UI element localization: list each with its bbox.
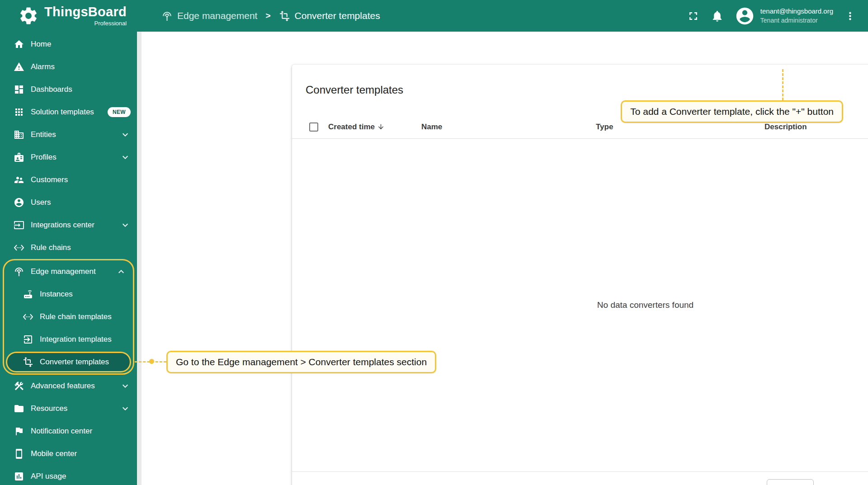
- sidebar-item-label: Users: [31, 198, 51, 207]
- select-all-checkbox[interactable]: [309, 122, 318, 132]
- sidebar-scrollbar[interactable]: [137, 32, 142, 485]
- sidebar-item-label: API usage: [31, 472, 66, 481]
- column-header-description[interactable]: Description: [764, 122, 868, 132]
- sidebar-item-customers[interactable]: Customers: [0, 169, 137, 191]
- sidebar-item-label: Mobile center: [31, 449, 77, 458]
- kebab-menu-icon: [844, 10, 856, 22]
- avatar-icon: [735, 6, 755, 26]
- profiles-icon: [14, 152, 24, 163]
- customers-icon: [14, 174, 24, 185]
- sidebar-item-api-usage[interactable]: API usage: [0, 465, 137, 485]
- fullscreen-button[interactable]: [687, 9, 700, 23]
- notifications-icon-wrap: [711, 9, 724, 23]
- nav-hint-callout: Go to the Edge management > Converter te…: [166, 351, 436, 373]
- sidebar-item-edge-management[interactable]: Edge management: [4, 260, 133, 283]
- add-hint-callout: To add a Converter template, click the "…: [621, 100, 843, 123]
- user-menu[interactable]: tenant@thingsboard.org Tenant administra…: [735, 6, 833, 26]
- add-hint-connector: [782, 69, 783, 100]
- sidebar-item-profiles[interactable]: Profiles: [0, 146, 137, 169]
- more-menu-button[interactable]: [844, 10, 856, 22]
- notifications-icon: [711, 9, 724, 23]
- items-per-page-select[interactable]: 10: [767, 479, 814, 485]
- chevron-down-icon: [120, 129, 131, 140]
- nav-hint-dot: [149, 359, 154, 364]
- resources-icon: [14, 403, 24, 414]
- logo-title: ThingsBoard: [44, 5, 127, 19]
- converter-templates-icon: [23, 357, 33, 367]
- sidebar-item-label: Rule chains: [31, 243, 71, 252]
- entities-icon: [14, 129, 24, 140]
- sidebar-item-solution-templates[interactable]: Solution templatesNEW: [0, 101, 137, 123]
- chevron-down-icon: [120, 381, 131, 391]
- instances-icon: [23, 289, 33, 300]
- user-role: Tenant administrator: [760, 16, 833, 25]
- edge-management-icon: [14, 266, 24, 277]
- sort-arrow-wrap: [377, 123, 385, 131]
- app-root: ThingsBoard Professional Edge management…: [0, 0, 868, 485]
- select-all-cell: [303, 122, 328, 132]
- sidebar-item-label: Profiles: [31, 153, 57, 162]
- kebab-menu-icon-wrap: [844, 10, 856, 22]
- sidebar-item-converter-templates[interactable]: Converter templates: [6, 352, 131, 372]
- sidebar-item-resources[interactable]: Resources: [0, 397, 137, 420]
- sidebar-item-label: Resources: [31, 404, 67, 413]
- users-icon: [14, 197, 24, 208]
- sidebar-item-alarms[interactable]: Alarms: [0, 56, 137, 78]
- alarms-icon: [14, 61, 24, 72]
- integrations-center-icon: [14, 220, 24, 231]
- sidebar-item-instances[interactable]: Instances: [4, 283, 133, 306]
- sidebar-item-label: Edge management: [31, 267, 96, 276]
- sidebar-item-label: Rule chain templates: [40, 312, 112, 321]
- sidebar-item-dashboards[interactable]: Dashboards: [0, 78, 137, 101]
- arrow-down-icon: [377, 123, 385, 131]
- sidebar-item-advanced-features[interactable]: Advanced features: [0, 375, 137, 397]
- column-header-created-time[interactable]: Created time: [328, 122, 421, 132]
- breadcrumb-item-converter-templates[interactable]: Converter templates: [279, 10, 380, 22]
- sidebar-item-label: Home: [31, 40, 51, 49]
- sidebar-item-label: Entities: [31, 130, 56, 139]
- column-label: Name: [421, 122, 442, 132]
- sidebar-item-label: Solution templates: [31, 108, 94, 117]
- logo-text: ThingsBoard Professional: [44, 5, 127, 27]
- sidebar-item-integration-templates[interactable]: Integration templates: [4, 328, 133, 351]
- sidebar-item-integrations-center[interactable]: Integrations center: [0, 214, 137, 236]
- chevron-down-icon: [120, 403, 131, 414]
- edge-management-group: Edge managementInstancesRule chain templ…: [3, 259, 134, 375]
- breadcrumb: Edge management > Converter templates: [161, 10, 380, 22]
- integration-templates-icon: [23, 334, 33, 345]
- sidebar-item-label: Integrations center: [31, 221, 94, 230]
- breadcrumb-item-edge-management[interactable]: Edge management: [161, 10, 257, 22]
- api-usage-icon: [14, 471, 24, 482]
- dashboards-icon: [14, 84, 24, 95]
- breadcrumb-label: Edge management: [177, 10, 257, 21]
- fullscreen-icon: [687, 9, 700, 23]
- sidebar-item-home[interactable]: Home: [0, 33, 137, 56]
- sidebar-item-users[interactable]: Users: [0, 191, 137, 214]
- user-info: tenant@thingsboard.org Tenant administra…: [760, 7, 833, 24]
- logo-mark: [18, 5, 39, 26]
- header-actions: tenant@thingsboard.org Tenant administra…: [687, 6, 868, 26]
- avatar: [735, 6, 755, 26]
- breadcrumb-separator: >: [265, 11, 270, 21]
- nav-hint-text: Go to the Edge management > Converter te…: [176, 357, 427, 367]
- sidebar-item-rule-chain-templates[interactable]: Rule chain templates: [4, 306, 133, 328]
- sidebar-item-label: Converter templates: [40, 358, 109, 367]
- sidebar-item-label: Customers: [31, 175, 68, 184]
- notifications-button[interactable]: [711, 9, 724, 23]
- main-content: Converter templates Created time Name Ty…: [142, 32, 868, 485]
- column-header-name[interactable]: Name: [421, 122, 596, 132]
- edge-management-icon: [161, 10, 173, 22]
- mobile-center-icon: [14, 448, 24, 459]
- rule-chain-templates-icon: [23, 311, 33, 322]
- sidebar-item-entities[interactable]: Entities: [0, 123, 137, 146]
- column-header-type[interactable]: Type: [596, 122, 764, 132]
- rule-chains-icon: [14, 242, 24, 253]
- logo[interactable]: ThingsBoard Professional: [0, 5, 142, 27]
- sidebar-item-notification-center[interactable]: Notification center: [0, 420, 137, 443]
- table-footer: Items per page: 10 1 – 0 of 0: [292, 471, 868, 485]
- sidebar-item-mobile-center[interactable]: Mobile center: [0, 443, 137, 465]
- home-icon: [14, 39, 24, 50]
- sidebar-item-rule-chains[interactable]: Rule chains: [0, 236, 137, 259]
- sidebar-item-label: Integration templates: [40, 335, 112, 344]
- page-title: Converter templates: [306, 84, 403, 96]
